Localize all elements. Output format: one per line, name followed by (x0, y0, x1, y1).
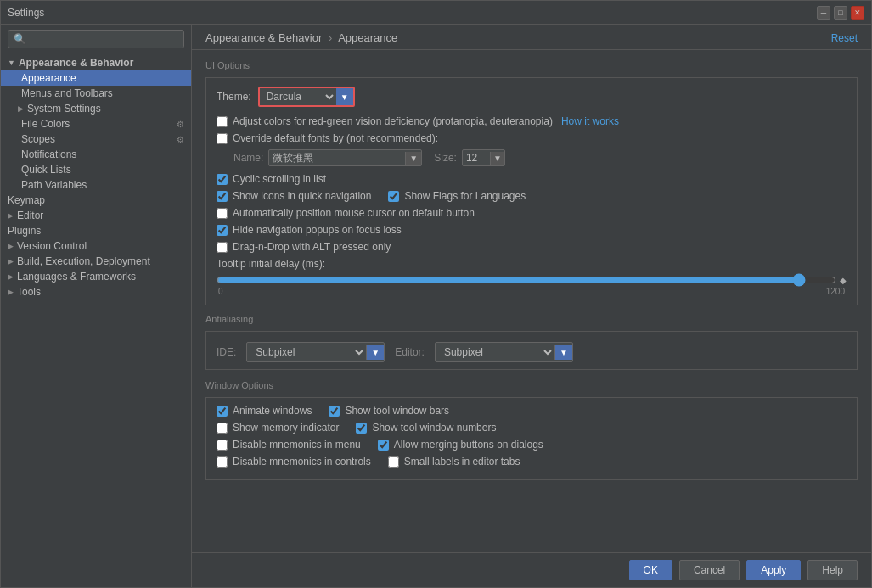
small-labels-row: Small labels in editor tabs (388, 456, 520, 468)
show-icons-row: Show icons in quick navigation (217, 190, 371, 202)
sidebar-item-menus-toolbars[interactable]: Menus and Toolbars (1, 86, 191, 101)
apply-button[interactable]: Apply (746, 560, 801, 580)
sidebar-item-notifications[interactable]: Notifications (1, 147, 191, 162)
arrow-icon: ▼ (8, 59, 15, 67)
ok-button[interactable]: OK (629, 560, 672, 580)
sidebar-item-appearance-behavior[interactable]: ▼ Appearance & Behavior (1, 55, 191, 70)
cancel-button[interactable]: Cancel (679, 560, 740, 580)
tooltip-label: Tooltip initial delay (ms): (217, 258, 325, 270)
adjust-colors-checkbox[interactable] (217, 116, 228, 127)
hide-navigation-checkbox[interactable] (217, 225, 228, 236)
sidebar-item-system-settings[interactable]: ▶ System Settings (1, 101, 191, 116)
panel-header: Appearance & Behavior › Appearance Reset (192, 25, 871, 50)
editor-aa-select[interactable]: Subpixel Greyscale None (436, 343, 554, 361)
show-tool-numbers-label: Show tool window numbers (372, 422, 496, 434)
sidebar-item-version-control[interactable]: ▶ Version Control (1, 238, 191, 254)
arrow-right-icon2: ▶ (8, 211, 14, 220)
theme-dropdown-button[interactable]: ▼ (336, 88, 353, 105)
show-flags-label: Show Flags for Languages (404, 190, 526, 202)
cyclic-scrolling-row: Cyclic scrolling in list (217, 173, 847, 185)
sidebar-item-appearance[interactable]: Appearance (1, 70, 191, 86)
font-name-input[interactable] (269, 150, 405, 165)
show-tool-bars-row: Show tool window bars (329, 405, 449, 417)
theme-row: Theme: Darcula IntelliJ ▼ (217, 87, 847, 107)
settings-content: UI Options Theme: Darcula IntelliJ ▼ (192, 50, 871, 552)
tooltip-section: Tooltip initial delay (ms): ◆ 0 1200 (217, 258, 847, 296)
sidebar-item-build-execution[interactable]: ▶ Build, Execution, Deployment (1, 254, 191, 269)
sidebar-item-keymap[interactable]: Keymap (1, 193, 191, 208)
window-opt-row3: Disable mnemonics in menu Allow merging … (217, 439, 847, 456)
reset-button[interactable]: Reset (831, 32, 858, 44)
ide-aa-dropdown-button[interactable]: ▼ (366, 345, 384, 360)
disable-mnemonics-menu-checkbox[interactable] (217, 440, 228, 451)
arrow-right-icon4: ▶ (8, 257, 14, 266)
drag-drop-checkbox[interactable] (217, 242, 228, 253)
disable-mnemonics-controls-checkbox[interactable] (217, 456, 228, 468)
breadcrumb: Appearance & Behavior › Appearance (205, 31, 397, 44)
font-name-dropdown-button[interactable]: ▼ (405, 152, 421, 165)
override-fonts-label: Override default fonts by (not recommend… (233, 132, 438, 144)
editor-aa-label: Editor: (395, 346, 425, 358)
window-options-label: Window Options (205, 380, 858, 390)
show-icons-checkbox[interactable] (217, 191, 228, 202)
main-panel: Appearance & Behavior › Appearance Reset… (192, 25, 871, 587)
arrow-right-icon: ▶ (18, 104, 24, 113)
show-memory-checkbox[interactable] (217, 423, 228, 434)
sidebar-item-scopes[interactable]: Scopes ⚙ (1, 132, 191, 147)
sidebar-item-path-variables[interactable]: Path Variables (1, 177, 191, 193)
show-tool-bars-checkbox[interactable] (329, 406, 340, 417)
slider-max-value: 1200 (826, 287, 845, 296)
small-labels-checkbox[interactable] (388, 456, 399, 468)
theme-select[interactable]: Darcula IntelliJ (260, 88, 336, 105)
font-size-label: Size: (434, 152, 457, 164)
tooltip-slider[interactable] (217, 273, 836, 287)
drag-drop-label: Drag-n-Drop with ALT pressed only (233, 241, 391, 253)
small-labels-label: Small labels in editor tabs (404, 456, 520, 468)
arrow-right-icon3: ▶ (8, 242, 14, 250)
ide-aa-select[interactable]: Subpixel Greyscale None (247, 343, 366, 361)
help-button[interactable]: Help (807, 560, 858, 580)
sidebar-item-editor[interactable]: ▶ Editor (1, 208, 191, 223)
drag-drop-row: Drag-n-Drop with ALT pressed only (217, 241, 847, 253)
slider-container: ◆ (217, 273, 847, 287)
disable-mnemonics-menu-row: Disable mnemonics in menu (217, 439, 361, 451)
arrow-right-icon5: ▶ (8, 272, 14, 281)
search-input[interactable] (8, 30, 184, 48)
settings-tree: ▼ Appearance & Behavior Appearance Menus… (1, 53, 191, 587)
hide-navigation-row: Hide navigation popups on focus loss (217, 224, 847, 236)
sidebar-item-file-colors[interactable]: File Colors ⚙ (1, 116, 191, 132)
allow-merging-checkbox[interactable] (378, 440, 389, 451)
how-it-works-link[interactable]: How it works (561, 115, 619, 127)
close-button[interactable]: ✕ (851, 6, 864, 20)
override-fonts-checkbox[interactable] (217, 133, 228, 144)
maximize-button[interactable]: □ (834, 6, 847, 20)
hide-navigation-label: Hide navigation popups on focus loss (233, 224, 402, 236)
editor-aa-dropdown-button[interactable]: ▼ (554, 345, 572, 360)
allow-merging-row: Allow merging buttons on dialogs (378, 439, 543, 451)
show-memory-label: Show memory indicator (233, 422, 339, 434)
sidebar-item-plugins[interactable]: Plugins (1, 223, 191, 238)
font-name-row: Name: ▼ Size: ▼ (217, 149, 847, 166)
animate-windows-checkbox[interactable] (217, 406, 228, 417)
ide-aa-select-wrap: Subpixel Greyscale None ▼ (246, 342, 385, 362)
auto-position-checkbox[interactable] (217, 208, 228, 219)
ide-aa-label: IDE: (217, 346, 236, 358)
sidebar-item-quick-lists[interactable]: Quick Lists (1, 162, 191, 177)
show-flags-row: Show Flags for Languages (388, 190, 526, 202)
minimize-button[interactable]: ─ (817, 6, 830, 20)
sidebar: ▼ Appearance & Behavior Appearance Menus… (1, 25, 192, 587)
font-size-input[interactable] (463, 150, 490, 165)
auto-position-label: Automatically position mouse cursor on d… (233, 207, 475, 219)
font-size-dropdown-button[interactable]: ▼ (490, 152, 504, 165)
scopes-icon: ⚙ (177, 135, 184, 144)
theme-select-wrap: Darcula IntelliJ ▼ (258, 87, 355, 107)
window-options-section: Window Options Animate windows Show tool… (205, 380, 858, 480)
cyclic-scrolling-checkbox[interactable] (217, 174, 228, 185)
cyclic-scrolling-label: Cyclic scrolling in list (233, 173, 326, 185)
window-opt-row4: Disable mnemonics in controls Small labe… (217, 456, 847, 473)
sidebar-item-languages-frameworks[interactable]: ▶ Languages & Frameworks (1, 269, 191, 284)
show-flags-checkbox[interactable] (388, 191, 399, 202)
sidebar-item-tools[interactable]: ▶ Tools (1, 284, 191, 300)
show-tool-numbers-checkbox[interactable] (356, 423, 367, 434)
title-bar-controls: ─ □ ✕ (817, 6, 864, 20)
